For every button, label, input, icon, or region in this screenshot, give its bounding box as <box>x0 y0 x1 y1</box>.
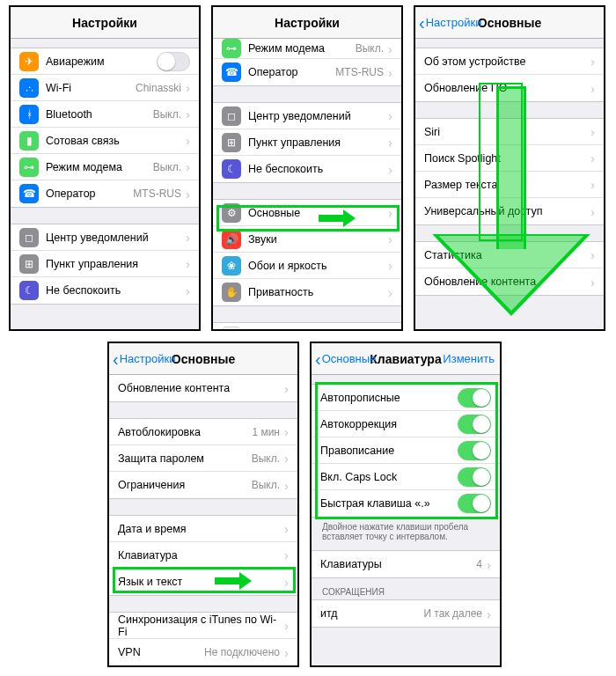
row-value: Chinasski <box>136 82 181 94</box>
row-spelling[interactable]: Правописание <box>312 437 500 464</box>
chevron-right-icon: › <box>388 135 392 150</box>
row-sounds[interactable]: 🔊 Звуки › <box>213 226 401 253</box>
row-label: Автокоррекция <box>320 418 458 430</box>
row-label: Оператор <box>46 187 133 200</box>
navbar: Настройки <box>11 7 199 39</box>
back-button[interactable]: ‹Настройки <box>113 352 175 365</box>
row-wifi[interactable]: ⸫ Wi-Fi Chinasski › <box>11 75 199 101</box>
row-autocap[interactable]: Автопрописные <box>312 385 500 411</box>
toggle[interactable] <box>458 388 491 408</box>
row-background-refresh[interactable]: Обновление контента› <box>415 268 604 295</box>
row-shortcut[interactable]: итдИ так далее› <box>312 600 500 627</box>
row-dnd[interactable]: ☾ Не беспокоить › <box>11 277 199 304</box>
chevron-right-icon: › <box>590 54 595 69</box>
notifications-icon: ◻ <box>222 107 241 126</box>
row-control-center[interactable]: ⊞ Пункт управления › <box>213 129 401 156</box>
row-carrier[interactable]: ☎ Оператор MTS-RUS › <box>11 180 199 207</box>
chevron-right-icon: › <box>590 247 595 262</box>
group-shortcuts: итдИ так далее› <box>312 599 500 628</box>
row-privacy[interactable]: ✋ Приватность › <box>213 279 401 305</box>
toggle[interactable] <box>458 494 491 513</box>
back-button[interactable]: ‹Настройки <box>419 16 481 29</box>
chevron-right-icon: › <box>388 162 392 177</box>
chevron-right-icon: › <box>388 65 392 80</box>
chevron-right-icon: › <box>284 547 289 562</box>
toggle[interactable] <box>458 467 491 487</box>
row-hotspot[interactable]: ⊶ Режим модема Выкл. › <box>213 39 401 59</box>
row-passcode[interactable]: Защита паролемВыкл.› <box>109 445 297 472</box>
row-notifications[interactable]: ◻ Центр уведомлений › <box>213 103 401 129</box>
moon-icon: ☾ <box>222 159 241 179</box>
toggle-airplane[interactable] <box>157 52 190 71</box>
row-capslock[interactable]: Вкл. Caps Lock <box>312 464 500 490</box>
chevron-right-icon: › <box>590 177 595 192</box>
row-control-center[interactable]: ⊞ Пункт управления › <box>11 251 199 277</box>
toggle[interactable] <box>458 441 491 460</box>
row-autolock[interactable]: Автоблокировка1 мин› <box>109 419 297 445</box>
row-itunes-wifi[interactable]: Синхронизация с iTunes по Wi-Fi› <box>109 613 297 639</box>
row-usage[interactable]: Статистика› <box>415 242 604 268</box>
panel-general-1: ‹Настройки Основные Об этом устройстве› … <box>414 5 605 331</box>
row-period[interactable]: Быстрая клавиша «.» <box>312 490 500 517</box>
row-autocorrect[interactable]: Автокоррекция <box>312 411 500 437</box>
chevron-right-icon: › <box>388 285 392 300</box>
row-notifications[interactable]: ◻ Центр уведомлений › <box>11 224 199 251</box>
row-label: Обновление ПО <box>424 82 586 94</box>
chevron-right-icon: › <box>487 606 491 621</box>
chevron-right-icon: › <box>186 187 190 202</box>
hotspot-icon: ⊶ <box>19 158 39 177</box>
row-label: Размер текста <box>424 179 586 191</box>
row-icloud[interactable]: ☁ iCloud › <box>213 323 401 329</box>
group-switches: Автопрописные Автокоррекция Правописание… <box>312 384 500 518</box>
row-background-refresh[interactable]: Обновление контента› <box>109 375 297 401</box>
row-about[interactable]: Об этом устройстве› <box>415 48 604 75</box>
row-label: Обои и яркость <box>248 260 384 272</box>
row-hotspot[interactable]: ⊶ Режим модема Выкл. › <box>11 154 199 180</box>
row-dnd[interactable]: ☾ Не беспокоить › <box>213 156 401 182</box>
row-cellular[interactable]: ▮ Сотовая связь › <box>11 128 199 154</box>
group-siri: Siri› Поиск Spotlight› Размер текста› Ун… <box>415 118 604 225</box>
row-restrictions[interactable]: ОграниченияВыкл.› <box>109 472 297 498</box>
back-button[interactable]: ‹Основные <box>315 352 376 365</box>
row-siri[interactable]: Siri› <box>415 119 604 145</box>
row-carrier[interactable]: ☎ Оператор MTS-RUS › <box>213 59 401 85</box>
content: ✈ Авиарежим ⸫ Wi-Fi Chinasski › ᚼ Blueto… <box>11 39 199 329</box>
row-datetime[interactable]: Дата и время› <box>109 516 297 542</box>
gear-icon: ⚙ <box>222 203 241 223</box>
row-label: Клавиатуры <box>320 558 476 570</box>
row-general[interactable]: ⚙ Основные › <box>213 200 401 226</box>
row-keyboards[interactable]: Клавиатуры4› <box>312 551 500 577</box>
row-textsize[interactable]: Размер текста› <box>415 172 604 198</box>
chevron-right-icon: › <box>284 451 289 466</box>
group-about: Об этом устройстве› Обновление ПО› <box>415 48 604 102</box>
chevron-right-icon: › <box>284 575 289 590</box>
chevron-right-icon: › <box>186 80 190 95</box>
row-value: Выкл. <box>153 161 181 173</box>
section-header: СОКРАЩЕНИЯ <box>312 578 500 599</box>
row-label: Пункт управления <box>46 258 181 270</box>
row-vpn[interactable]: VPNНе подключено› <box>109 639 297 665</box>
chevron-right-icon: › <box>284 521 289 536</box>
chevron-right-icon: › <box>590 204 595 219</box>
row-bluetooth[interactable]: ᚼ Bluetooth Выкл. › <box>11 101 199 128</box>
row-label: Синхронизация с iTunes по Wi-Fi <box>118 614 280 638</box>
row-software-update[interactable]: Обновление ПО› <box>415 75 604 101</box>
back-label: Настройки <box>120 352 176 365</box>
row-label: Универсальный доступ <box>424 205 586 217</box>
row-accessibility[interactable]: Универсальный доступ› <box>415 198 604 224</box>
row-label: Вкл. Caps Lock <box>320 471 458 483</box>
group-lock: Автоблокировка1 мин› Защита паролемВыкл.… <box>109 418 297 499</box>
panel-general-2: ‹Настройки Основные Обновление контента›… <box>107 342 299 667</box>
row-wallpaper[interactable]: ❀ Обои и яркость › <box>213 253 401 279</box>
toggle[interactable] <box>458 415 491 434</box>
chevron-right-icon: › <box>186 107 190 121</box>
chevron-right-icon: › <box>590 124 595 139</box>
row-label: Siri <box>424 126 586 138</box>
chevron-right-icon: › <box>186 159 190 174</box>
row-label: Статистика <box>424 249 586 261</box>
row-keyboard[interactable]: Клавиатура› <box>109 542 297 569</box>
edit-button[interactable]: Изменить <box>443 352 495 365</box>
row-airplane[interactable]: ✈ Авиарежим <box>11 48 199 75</box>
row-spotlight[interactable]: Поиск Spotlight› <box>415 145 604 172</box>
row-language[interactable]: Язык и текст› <box>109 569 297 595</box>
